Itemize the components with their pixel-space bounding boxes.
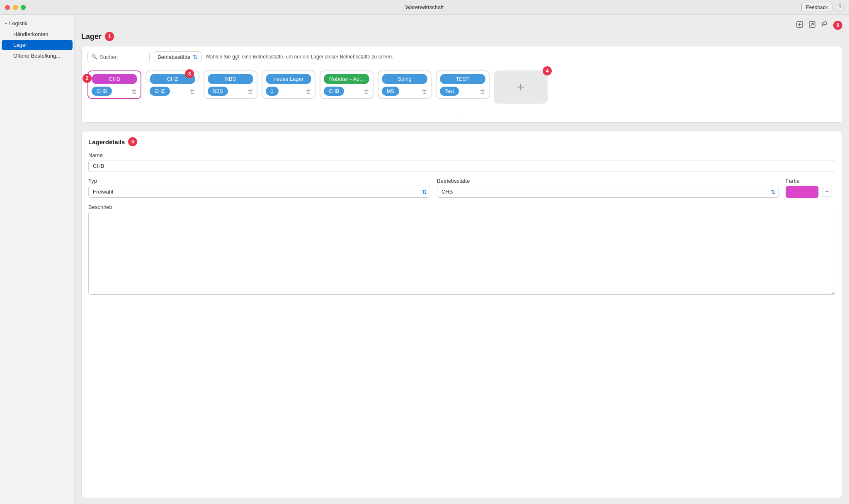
betriebsstätte-arrows-icon: ⇅ bbox=[193, 53, 198, 60]
chevron-down-icon: ▾ bbox=[5, 21, 7, 26]
beschrieb-field-group: Beschrieb bbox=[88, 204, 835, 296]
card-name-nbs: NBS bbox=[208, 74, 253, 84]
card-name-neues-lager: neues Lager bbox=[266, 74, 311, 84]
close-button[interactable] bbox=[5, 5, 10, 10]
titlebar-right: Feedback ? bbox=[801, 3, 844, 12]
warehouse-card-chb[interactable]: 2 CHB CHB 🗑 bbox=[87, 70, 141, 99]
warehouse-card-test[interactable]: TEST Test 🗑 bbox=[436, 70, 490, 99]
card-code-row-chz: CHZ 🗑 bbox=[150, 87, 195, 96]
delete-nbs-icon[interactable]: 🗑 bbox=[247, 88, 253, 94]
step-6-badge: 6 bbox=[833, 21, 842, 30]
scroll-indicator: • bbox=[87, 110, 836, 114]
search-box[interactable]: 🔍 bbox=[87, 52, 150, 62]
card-code-neues-lager: 1 bbox=[266, 87, 279, 96]
feedback-button[interactable]: Feedback bbox=[801, 3, 832, 12]
beschrieb-textarea[interactable] bbox=[88, 212, 835, 295]
delete-chb-icon[interactable]: 🗑 bbox=[131, 88, 137, 94]
warehouse-card-chz[interactable]: CHZ CHZ 🗑 3 bbox=[146, 70, 199, 82]
sidebar-group-logistik[interactable]: ▾ Logistik bbox=[0, 18, 74, 29]
delete-test-icon[interactable]: 🗑 bbox=[480, 88, 485, 94]
betriebsstätte-details-label: Betriebsstätte bbox=[437, 178, 779, 184]
betriebsstätte-hint: Wählen Sie ggf. eine Betriebsstätte, um … bbox=[206, 54, 837, 60]
name-label: Name bbox=[88, 152, 835, 158]
card-code-row-nbs: NBS 🗑 bbox=[208, 87, 253, 96]
step-5-badge: 5 bbox=[128, 137, 137, 146]
typ-betrieb-farbe-row: Typ Freiwahl ⇅ Betriebsstätte bbox=[88, 178, 835, 198]
card-code-row-neues-lager: 1 🗑 bbox=[266, 87, 311, 96]
card-code-nbs: NBS bbox=[208, 87, 228, 96]
betriebsstätte-field-col: Betriebsstätte CHB ⇅ bbox=[437, 178, 779, 198]
step-1-badge: 1 bbox=[105, 32, 114, 41]
sidebar-item-händlerkonten[interactable]: Händlerkonten bbox=[2, 29, 73, 39]
step-2-badge: 2 bbox=[82, 74, 92, 83]
betriebsstätte-label: Betriebsstätte bbox=[158, 54, 191, 60]
sidebar-group-label: Logistik bbox=[9, 20, 27, 27]
delete-chz-icon[interactable]: 🗑 bbox=[189, 88, 195, 94]
warehouse-cards-area: 2 CHB CHB 🗑 CHZ CHZ 🗑 bbox=[87, 66, 836, 108]
beschrieb-label: Beschrieb bbox=[88, 204, 835, 210]
search-icon: 🔍 bbox=[91, 54, 97, 60]
card-name-test: TEST bbox=[440, 74, 485, 84]
add-warehouse-button[interactable]: 4 + bbox=[494, 70, 548, 104]
lager-top-section: 🔍 Betriebsstätte ⇅ Wählen Sie ggf. eine … bbox=[81, 46, 842, 123]
delete-neues-lager-icon[interactable]: 🗑 bbox=[306, 88, 311, 94]
delete-roboter-icon[interactable]: 🗑 bbox=[364, 88, 369, 94]
betriebsstätte-select-wrapper: CHB ⇅ bbox=[437, 186, 779, 198]
farbe-row: − bbox=[786, 186, 835, 198]
card-code-row-test: Test 🗑 bbox=[440, 87, 485, 96]
betriebsstätte-details-select[interactable]: CHB bbox=[437, 186, 779, 198]
name-field-group: Name bbox=[88, 152, 835, 172]
betriebsstätte-select[interactable]: Betriebsstätte ⇅ bbox=[154, 51, 201, 62]
delete-spirig-icon[interactable]: 🗑 bbox=[422, 88, 427, 94]
help-button[interactable]: ? bbox=[836, 3, 844, 12]
card-name-roboter: Roboter - Ap... bbox=[324, 74, 369, 84]
typ-select[interactable]: Freiwahl bbox=[88, 186, 430, 198]
farbe-label: Farbe bbox=[786, 178, 835, 184]
card-code-row-spirig: MS 🗑 bbox=[382, 87, 427, 96]
typ-field-col: Typ Freiwahl ⇅ bbox=[88, 178, 430, 198]
sidebar: ▾ Logistik Händlerkonten Lager Offene Be… bbox=[0, 15, 75, 504]
card-code-chz: CHZ bbox=[150, 87, 170, 96]
name-input[interactable] bbox=[88, 160, 835, 172]
share-icon[interactable] bbox=[821, 21, 828, 30]
add-icon: + bbox=[517, 80, 525, 95]
titlebar: Warenwirtschaft Feedback ? bbox=[0, 0, 849, 15]
card-code-row-roboter: CHB 🗑 bbox=[324, 87, 369, 96]
app-body: ▾ Logistik Händlerkonten Lager Offene Be… bbox=[0, 15, 849, 504]
warehouse-card-nbs[interactable]: NBS NBS 🗑 bbox=[204, 70, 257, 99]
lagerdetails-header: Lagerdetails 5 bbox=[88, 137, 835, 146]
app-title: Warenwirtschaft bbox=[405, 4, 444, 10]
toolbar-row: 🔍 Betriebsstätte ⇅ Wählen Sie ggf. eine … bbox=[87, 51, 836, 62]
step-4-badge: 4 bbox=[543, 66, 552, 75]
search-input[interactable] bbox=[99, 54, 146, 60]
fullscreen-button[interactable] bbox=[21, 5, 26, 10]
export-icon[interactable] bbox=[808, 21, 816, 30]
color-swatch[interactable] bbox=[786, 186, 819, 198]
warehouse-card-roboter[interactable]: Roboter - Ap... CHB 🗑 bbox=[320, 70, 374, 99]
main-content: 6 Lager 1 🔍 Betriebsstätte bbox=[75, 15, 849, 504]
card-code-roboter: CHB bbox=[324, 87, 344, 96]
top-icons-bar: 6 bbox=[81, 21, 842, 30]
card-code-chb: CHB bbox=[92, 87, 112, 96]
color-minus-button[interactable]: − bbox=[822, 187, 832, 197]
lager-section-header: Lager 1 bbox=[81, 32, 842, 41]
card-code-row-chb: CHB 🗑 bbox=[92, 87, 137, 96]
window-controls bbox=[5, 5, 26, 10]
farbe-field-col: Farbe − bbox=[786, 178, 835, 198]
minimize-button[interactable] bbox=[13, 5, 18, 10]
warehouse-card-spirig[interactable]: Spirig MS 🗑 bbox=[378, 70, 432, 99]
card-code-test: Test bbox=[440, 87, 459, 96]
lagerdetails-title: Lagerdetails bbox=[88, 138, 125, 145]
step-3-badge: 3 bbox=[185, 69, 194, 78]
typ-label: Typ bbox=[88, 178, 430, 184]
card-name-chb: CHB bbox=[92, 74, 137, 84]
sidebar-item-offene-bestellung[interactable]: Offene Bestellung... bbox=[2, 51, 73, 61]
card-name-spirig: Spirig bbox=[382, 74, 427, 84]
lagerdetails-section: Lagerdetails 5 Name Typ Freiwahl bbox=[81, 131, 842, 498]
lager-title: Lager bbox=[81, 32, 102, 41]
import-icon[interactable] bbox=[796, 21, 803, 30]
typ-select-wrapper: Freiwahl ⇅ bbox=[88, 186, 430, 198]
card-code-spirig: MS bbox=[382, 87, 399, 96]
warehouse-card-neues-lager[interactable]: neues Lager 1 🗑 bbox=[262, 70, 315, 99]
sidebar-item-lager[interactable]: Lager bbox=[2, 40, 73, 50]
